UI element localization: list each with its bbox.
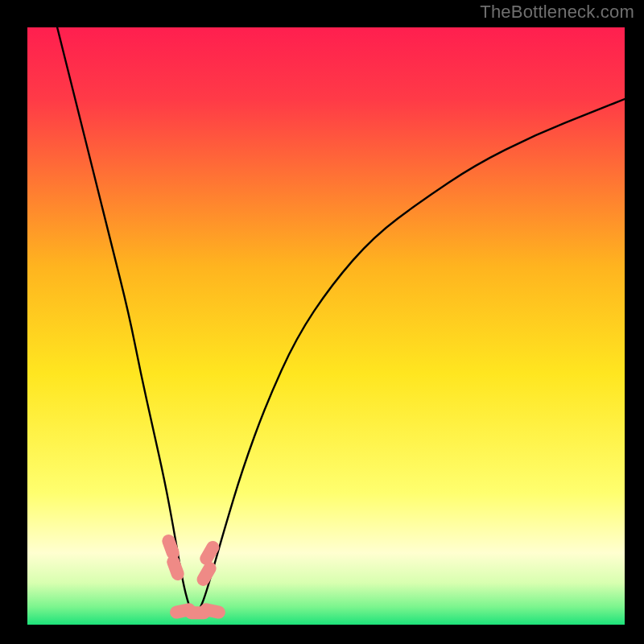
app-frame: TheBottleneck.com xyxy=(0,0,644,644)
watermark-text: TheBottleneck.com xyxy=(480,2,634,23)
bottleneck-chart xyxy=(27,27,625,625)
chart-background xyxy=(27,27,625,625)
chart-svg xyxy=(27,27,625,625)
